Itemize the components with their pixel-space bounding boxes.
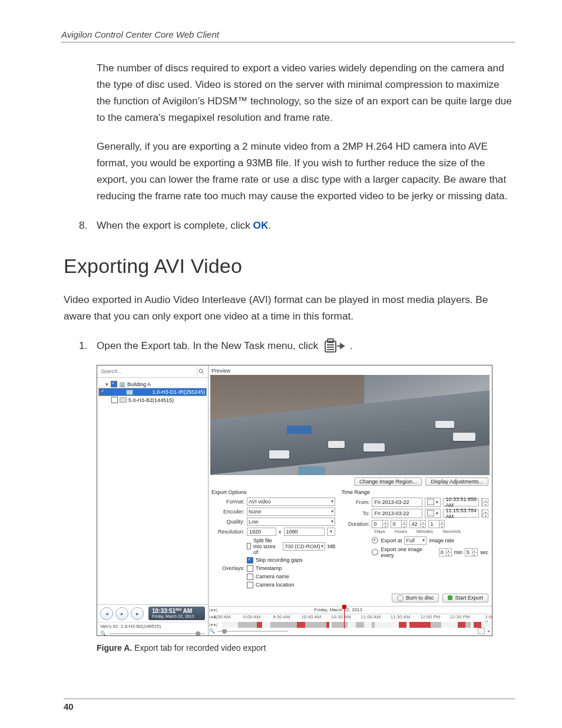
tree-cam-2[interactable]: 5.0-H3-B2(144515) <box>98 396 207 404</box>
ok-label: OK <box>253 219 269 231</box>
from-date-input[interactable]: Fri 2013-03-22 <box>372 498 422 507</box>
export-every-min-input[interactable]: 0▴▾ <box>439 548 452 556</box>
export-every-radio[interactable] <box>372 549 378 555</box>
export-at-select[interactable]: Full▾ <box>404 536 427 545</box>
from-time-input[interactable]: 10:33:51:856 AM <box>443 498 479 506</box>
export-at-label-a: Export at <box>381 538 402 543</box>
start-export-button[interactable]: Start Export <box>442 594 488 602</box>
step-8-number: 8. <box>64 218 97 234</box>
checkbox-icon[interactable] <box>111 397 118 403</box>
calendar-icon <box>427 510 434 516</box>
play-button[interactable]: ▸ <box>115 607 128 620</box>
overlays-label: Overlays: <box>211 565 244 571</box>
export-options-title: Export Options <box>211 488 335 498</box>
split-size-select[interactable]: 700 (CD-ROM)▾ <box>283 542 325 551</box>
format-label: Format: <box>211 499 244 505</box>
running-header: Avigilon Control Center Core Web Client <box>61 29 515 42</box>
burn-to-disc-button[interactable]: Burn to disc <box>392 594 439 602</box>
camera-icon <box>120 397 127 403</box>
dur-days-input[interactable]: 0▴▾ <box>372 520 388 528</box>
camera-icon <box>126 390 133 395</box>
timeline-date: Friday, March 22, 2013 <box>314 607 362 612</box>
unit-days: Days <box>374 529 385 534</box>
chevron-down-icon: ▾ <box>331 509 333 514</box>
chevron-down-icon: ▾ <box>331 519 333 524</box>
timeline-tick: 12:30 PM <box>449 614 470 620</box>
to-date-picker[interactable]: ▾ <box>425 509 441 518</box>
intro-paragraph: Video exported in Audio Video Interleave… <box>64 292 515 325</box>
dur-min-input[interactable]: 42▴▾ <box>409 520 426 528</box>
export-options-panel: Export Options Format: AVI video▾ Encode… <box>211 488 335 590</box>
calendar-icon[interactable] <box>478 628 485 634</box>
section-heading-exporting-avi: Exporting AVI Video <box>64 255 515 278</box>
paragraph-discs: The number of discs required to export a… <box>97 60 515 126</box>
left-zoom-slider[interactable]: 🔍 <box>97 630 208 636</box>
search-input[interactable] <box>100 368 197 375</box>
timeline-tick: 10:30 AM <box>331 614 351 620</box>
encoder-label: Encoder: <box>211 509 244 515</box>
overlay-camname-checkbox[interactable] <box>247 574 253 580</box>
split-checkbox[interactable] <box>247 543 251 549</box>
tree-cam-1[interactable]: 1.0-H3-D1-IR(255245) <box>98 388 207 396</box>
format-select[interactable]: AVI video▾ <box>247 498 335 506</box>
zoom-out-icon[interactable]: 🔍 <box>209 628 215 634</box>
split-unit: MB <box>328 543 336 549</box>
display-adjustments-button[interactable]: Display Adjustments... <box>425 477 488 486</box>
to-date-input[interactable]: Fri 2013-03-22 <box>372 509 422 518</box>
res-height-input[interactable]: 1080 <box>284 528 325 536</box>
encoder-select[interactable]: None▾ <box>247 508 335 516</box>
step-8-text-b: . <box>268 219 271 231</box>
dur-hours-input[interactable]: 0▴▾ <box>391 520 407 528</box>
device-tree: ▾ 🏢 Building A 1.0-H3-D1-IR(255245) 5.0-… <box>97 378 208 604</box>
overlay-camloc-label: Camera location <box>256 582 295 588</box>
from-label: From: <box>341 499 369 505</box>
from-time-spinner[interactable]: ▴▾ <box>481 498 488 506</box>
checkbox-icon[interactable] <box>111 381 117 387</box>
checkbox-icon[interactable] <box>100 389 107 396</box>
figure-caption: Figure A. Export tab for recorded video … <box>97 643 515 653</box>
timeline-marker[interactable] <box>344 607 345 628</box>
overlay-timestamp-checkbox[interactable] <box>247 565 253 572</box>
res-width-input[interactable]: 1920 <box>247 528 276 536</box>
left-pane: ▾ 🏢 Building A 1.0-H3-D1-IR(255245) 5.0-… <box>97 365 209 635</box>
chevron-down-icon: ▾ <box>330 529 332 534</box>
step-back-button[interactable]: ◂ <box>100 607 113 620</box>
search-icon[interactable] <box>197 367 206 375</box>
quality-select[interactable]: Low▾ <box>247 518 335 526</box>
zoom-out-icon[interactable]: 🔍 <box>100 631 107 636</box>
unit-minutes: Minutes <box>416 529 433 534</box>
step-8: 8. When the export is complete, click OK… <box>64 218 515 234</box>
split-label: Split file into sizes of: <box>253 538 280 555</box>
export-at-radio[interactable] <box>372 537 378 543</box>
svg-line-6 <box>203 373 204 374</box>
export-at-label-b: image rate <box>429 538 454 543</box>
time-range-panel: Time Range From: Fri 2013-03-22 ▾ 10:33:… <box>341 488 488 590</box>
res-dropdown[interactable]: ▾ <box>327 528 335 536</box>
timeline-tick: 9:00 AM <box>243 614 260 620</box>
tree-root-label: Building A <box>127 381 151 387</box>
export-every-sec-input[interactable]: 5▴▾ <box>465 548 478 556</box>
start-icon <box>448 595 452 600</box>
to-time-spinner[interactable]: ▴▾ <box>481 509 488 518</box>
tree-cam-2-label: 5.0-H3-B2(144515) <box>128 397 174 403</box>
timeline[interactable]: |◂▸| |◂▸| |◂▸| Friday, March 22, 2013 8:… <box>208 606 492 635</box>
export-every-label: Export one image every <box>381 546 436 558</box>
unit-hours: Hours <box>395 529 407 534</box>
tree-root[interactable]: ▾ 🏢 Building A <box>98 380 207 388</box>
overlay-camloc-checkbox[interactable] <box>247 582 253 588</box>
chevron-down-icon: ▾ <box>422 538 425 543</box>
timeline-tick: 12:00 PM <box>420 614 440 620</box>
overlay-timestamp-label: Timestamp <box>256 565 282 571</box>
preview-label: Preview <box>208 365 492 375</box>
right-pane: Preview Change Image Region... Display A… <box>208 365 492 635</box>
dur-sec-input[interactable]: 1▴▾ <box>428 520 445 528</box>
timeline-tick: 9:30 AM <box>273 614 290 620</box>
skip-gaps-checkbox[interactable] <box>247 557 253 564</box>
from-date-picker[interactable]: ▾ <box>425 498 441 507</box>
step-fwd-button[interactable]: ▸ <box>131 607 144 620</box>
quality-label: Quality: <box>211 519 244 525</box>
change-image-region-button[interactable]: Change Image Region... <box>354 477 422 486</box>
unit-seconds: Seconds <box>442 529 461 534</box>
step-1-text-a: Open the Export tab. In the New Task men… <box>97 338 318 354</box>
to-time-input[interactable]: 11:15:53:784 AM <box>443 509 479 518</box>
